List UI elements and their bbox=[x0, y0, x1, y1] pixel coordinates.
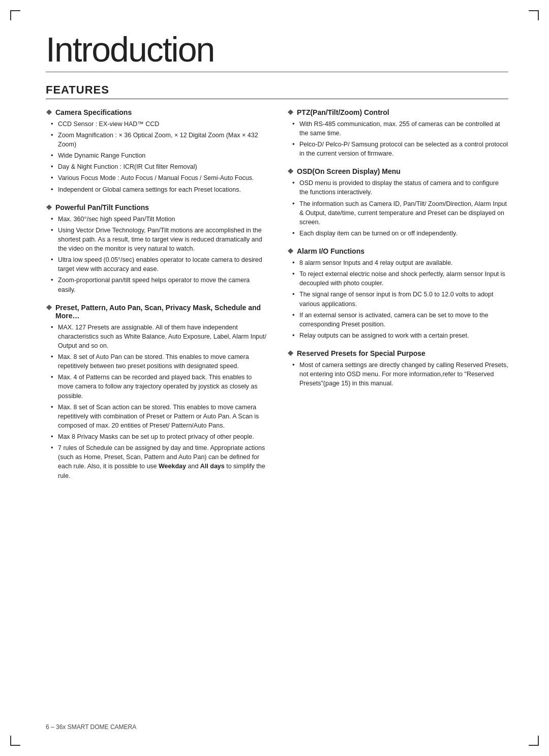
section-alarm-io: ❖ Alarm I/O Functions8 alarm sensor Inpu… bbox=[287, 247, 508, 340]
list-item: Ultra low speed (0.05°/sec) enables oper… bbox=[51, 255, 267, 274]
list-item: Max. 8 set of Auto Pan can be stored. Th… bbox=[51, 352, 267, 371]
list-item: Zoom-proportional pan/tilt speed helps o… bbox=[51, 276, 267, 294]
corner-mark-tr bbox=[529, 10, 539, 20]
bullet-list-pan-tilt: Max. 360°/sec high speed Pan/Tilt Motion… bbox=[46, 215, 267, 294]
list-item: Each display item can be turned on or of… bbox=[292, 229, 508, 238]
list-item: To reject external electric noise and sh… bbox=[292, 269, 508, 288]
corner-mark-tl bbox=[10, 10, 20, 20]
section-title-preset-pattern: ❖ Preset, Pattern, Auto Pan, Scan, Priva… bbox=[46, 304, 267, 320]
bullet-list-alarm-io: 8 alarm sensor Inputs and 4 relay output… bbox=[287, 258, 508, 340]
list-item: 8 alarm sensor Inputs and 4 relay output… bbox=[292, 258, 508, 267]
diamond-icon: ❖ bbox=[287, 108, 294, 116]
section-title-alarm-io: ❖ Alarm I/O Functions bbox=[287, 247, 508, 255]
section-reserved-presets: ❖ Reserved Presets for Special PurposeMo… bbox=[287, 349, 508, 388]
list-item: MAX. 127 Presets are assignable. All of … bbox=[51, 323, 267, 350]
page: Introduction FEATURES ❖ Camera Specifica… bbox=[0, 0, 549, 756]
bullet-list-ptz-control: With RS-485 communication, max. 255 of c… bbox=[287, 119, 508, 159]
list-item: Wide Dynamic Range Function bbox=[51, 151, 267, 160]
left-column: ❖ Camera SpecificationsCCD Sensor : EX-v… bbox=[46, 108, 267, 490]
diamond-icon: ❖ bbox=[46, 304, 52, 312]
diamond-icon: ❖ bbox=[46, 108, 52, 116]
list-item: Day & Night Function : ICR(IR Cut filter… bbox=[51, 162, 267, 171]
section-title-text: OSD(On Screen Display) Menu bbox=[297, 167, 401, 175]
bullet-list-osd-menu: OSD menu is provided to display the stat… bbox=[287, 178, 508, 238]
section-title-pan-tilt: ❖ Powerful Pan/Tilt Functions bbox=[46, 203, 267, 211]
list-item: Max. 8 set of Scan action can be stored.… bbox=[51, 403, 267, 430]
page-title: Introduction bbox=[46, 31, 508, 72]
section-title-text: Camera Specifications bbox=[55, 108, 132, 116]
diamond-icon: ❖ bbox=[287, 167, 294, 175]
corner-mark-bl bbox=[10, 736, 20, 746]
list-item: Relay outputs can be assigned to work wi… bbox=[292, 331, 508, 340]
features-heading: FEATURES bbox=[46, 83, 508, 99]
section-preset-pattern: ❖ Preset, Pattern, Auto Pan, Scan, Priva… bbox=[46, 304, 267, 480]
section-title-osd-menu: ❖ OSD(On Screen Display) Menu bbox=[287, 167, 508, 175]
section-title-text: Reserved Presets for Special Purpose bbox=[297, 349, 425, 357]
section-title-ptz-control: ❖ PTZ(Pan/Tilt/Zoom) Control bbox=[287, 108, 508, 116]
list-item: Max 8 Privacy Masks can be set up to pro… bbox=[51, 432, 267, 441]
list-item: With RS-485 communication, max. 255 of c… bbox=[292, 119, 508, 138]
section-title-text: Alarm I/O Functions bbox=[297, 247, 364, 255]
list-item: Using Vector Drive Technology, Pan/Tilt … bbox=[51, 226, 267, 253]
diamond-icon: ❖ bbox=[287, 349, 294, 357]
section-osd-menu: ❖ OSD(On Screen Display) MenuOSD menu is… bbox=[287, 167, 508, 238]
section-ptz-control: ❖ PTZ(Pan/Tilt/Zoom) ControlWith RS-485 … bbox=[287, 108, 508, 159]
section-title-reserved-presets: ❖ Reserved Presets for Special Purpose bbox=[287, 349, 508, 357]
list-item: 7 rules of Schedule can be assigned by d… bbox=[51, 443, 267, 480]
list-item: OSD menu is provided to display the stat… bbox=[292, 178, 508, 197]
section-camera-specs: ❖ Camera SpecificationsCCD Sensor : EX-v… bbox=[46, 108, 267, 194]
footer-text: 6 – 36x SMART DOME CAMERA bbox=[46, 723, 136, 731]
bullet-list-reserved-presets: Most of camera settings are directly cha… bbox=[287, 360, 508, 388]
list-item: The information such as Camera ID, Pan/T… bbox=[292, 199, 508, 227]
bullet-list-camera-specs: CCD Sensor : EX-view HAD™ CCDZoom Magnif… bbox=[46, 119, 267, 194]
list-item: Most of camera settings are directly cha… bbox=[292, 360, 508, 388]
list-item: Pelco-D/ Pelco-P/ Samsung protocol can b… bbox=[292, 140, 508, 158]
corner-mark-br bbox=[529, 736, 539, 746]
diamond-icon: ❖ bbox=[46, 203, 52, 211]
diamond-icon: ❖ bbox=[287, 247, 294, 255]
list-item: CCD Sensor : EX-view HAD™ CCD bbox=[51, 119, 267, 129]
section-title-text: Powerful Pan/Tilt Functions bbox=[55, 203, 149, 211]
list-item: Max. 360°/sec high speed Pan/Tilt Motion bbox=[51, 215, 267, 224]
section-title-camera-specs: ❖ Camera Specifications bbox=[46, 108, 267, 116]
list-item: Independent or Global camera settings fo… bbox=[51, 185, 267, 194]
list-item: Max. 4 of Patterns can be recorded and p… bbox=[51, 373, 267, 400]
list-item: The signal range of sensor input is from… bbox=[292, 290, 508, 308]
list-item: Various Focus Mode : Auto Focus / Manual… bbox=[51, 173, 267, 183]
section-pan-tilt: ❖ Powerful Pan/Tilt FunctionsMax. 360°/s… bbox=[46, 203, 267, 294]
list-item: Zoom Magnification : × 36 Optical Zoom, … bbox=[51, 131, 267, 149]
section-title-text: Preset, Pattern, Auto Pan, Scan, Privacy… bbox=[55, 304, 267, 320]
section-title-text: PTZ(Pan/Tilt/Zoom) Control bbox=[297, 108, 389, 116]
right-column: ❖ PTZ(Pan/Tilt/Zoom) ControlWith RS-485 … bbox=[287, 108, 508, 490]
bullet-list-preset-pattern: MAX. 127 Presets are assignable. All of … bbox=[46, 323, 267, 480]
list-item: If an external sensor is activated, came… bbox=[292, 311, 508, 329]
two-column-layout: ❖ Camera SpecificationsCCD Sensor : EX-v… bbox=[46, 108, 508, 490]
